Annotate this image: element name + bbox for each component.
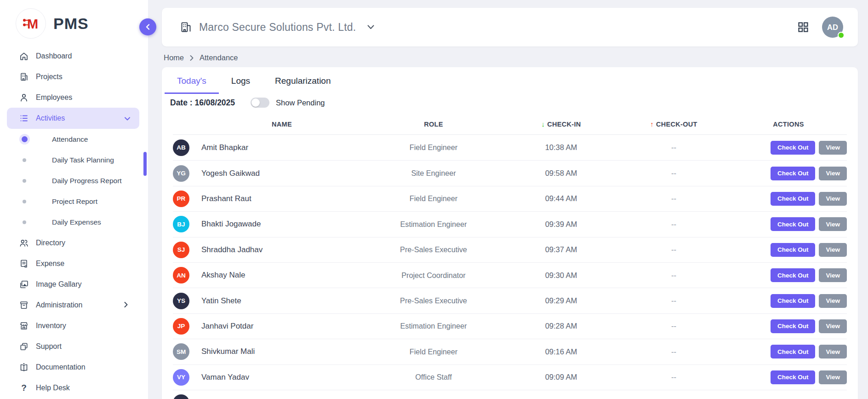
sidebar-subitem-label: Daily Progress Report xyxy=(52,177,122,185)
question-mark-icon: ? xyxy=(19,383,29,393)
table-row: YS Yatin Shete Pre-Sales Executive 09:29… xyxy=(173,288,847,313)
sidebar-item-dashboard[interactable]: Dashboard xyxy=(0,46,148,66)
breadcrumb-current: Attendance xyxy=(200,53,238,62)
user-avatar[interactable]: AD xyxy=(822,17,843,38)
employee-name: Yatin Shete xyxy=(201,296,362,306)
header-right: AD xyxy=(797,17,843,38)
check-out-button[interactable]: Check Out xyxy=(771,167,816,180)
check-out-button[interactable]: Check Out xyxy=(771,217,816,231)
check-out-button[interactable]: Check Out xyxy=(771,243,816,257)
check-out-value: -- xyxy=(617,194,730,203)
table-row: SJ Shraddha Jadhav Pre-Sales Executive 0… xyxy=(173,237,847,262)
header-check-out[interactable]: ↑CHECK-OUT xyxy=(617,120,730,128)
sidebar-subitem-attendance[interactable]: Attendance xyxy=(0,129,148,150)
check-in-time: 09:16 AM xyxy=(505,347,617,356)
view-button[interactable]: View xyxy=(819,268,847,282)
check-out-button[interactable]: Check Out xyxy=(771,141,816,155)
employee-role: Office Staff xyxy=(362,373,505,382)
employee-avatar: SJ xyxy=(173,242,189,258)
sidebar-subitem-daily-progress-report[interactable]: Daily Progress Report xyxy=(0,170,148,191)
employee-avatar: AN xyxy=(173,267,189,283)
check-out-button[interactable]: Check Out xyxy=(771,345,816,359)
tab-bar: Today's Logs Regularization xyxy=(162,67,858,94)
check-out-value: -- xyxy=(617,322,730,330)
employee-avatar xyxy=(173,394,189,399)
bullet-dot-icon xyxy=(23,200,26,203)
check-out-value: -- xyxy=(617,373,730,382)
row-actions: Check Out View xyxy=(730,294,847,308)
sidebar-collapse-button[interactable] xyxy=(139,18,156,35)
header-check-in[interactable]: ↓CHECK-IN xyxy=(505,120,617,128)
sidebar-item-help-desk[interactable]: ? Help Desk xyxy=(0,377,148,398)
sidebar-item-label: Dashboard xyxy=(36,52,72,60)
employee-avatar: SM xyxy=(173,343,189,360)
tab-regularization[interactable]: Regularization xyxy=(263,67,343,94)
sidebar-item-directory[interactable]: Directory xyxy=(0,232,148,253)
check-out-value: -- xyxy=(617,271,730,280)
check-out-button[interactable]: Check Out xyxy=(771,294,816,308)
building-icon xyxy=(19,72,29,82)
check-out-button[interactable]: Check Out xyxy=(771,192,816,206)
view-button[interactable]: View xyxy=(819,319,847,333)
sidebar-subitem-label: Daily Task Planning xyxy=(52,156,114,164)
employee-name: Shivkumar Mali xyxy=(201,347,362,356)
employee-role: Field Engineer xyxy=(362,194,505,203)
view-button[interactable]: View xyxy=(819,370,847,384)
show-pending-toggle[interactable] xyxy=(251,98,269,108)
avatar-cell: YG xyxy=(173,165,201,182)
avatar-cell: VY xyxy=(173,369,201,386)
image-gallery-icon xyxy=(19,279,29,289)
sidebar-item-employees[interactable]: Employees xyxy=(0,87,148,108)
tab-logs[interactable]: Logs xyxy=(219,67,263,94)
sidebar-item-support[interactable]: Support xyxy=(0,336,148,357)
sidebar-subitem-project-report[interactable]: Project Report xyxy=(0,191,148,212)
view-button[interactable]: View xyxy=(819,294,847,308)
employee-name: Shraddha Jadhav xyxy=(201,245,362,254)
chevron-right-icon xyxy=(190,55,194,61)
sidebar-item-inventory[interactable]: Inventory xyxy=(0,315,148,336)
chevron-left-icon xyxy=(146,24,150,30)
view-button[interactable]: View xyxy=(819,217,847,231)
sidebar-item-documentation[interactable]: Documentation xyxy=(0,357,148,377)
view-button[interactable]: View xyxy=(819,141,847,155)
row-actions: Check Out View xyxy=(730,268,847,282)
bullet-dot-icon xyxy=(23,158,26,162)
avatar-cell: AN xyxy=(173,267,201,283)
logo-row: M PMS xyxy=(0,0,148,39)
main-content: Marco Secure Solutions Pvt. Ltd. AD Home… xyxy=(148,0,868,399)
check-in-time: 09:37 AM xyxy=(505,245,617,254)
check-in-time: 10:38 AM xyxy=(505,143,617,152)
employee-role: Site Engineer xyxy=(362,169,505,178)
row-actions: Check Out View xyxy=(730,319,847,333)
table-row: BJ Bhakti Jogawade Estimation Engineer 0… xyxy=(173,211,847,237)
tab-todays[interactable]: Today's xyxy=(165,67,219,94)
view-button[interactable]: View xyxy=(819,167,847,180)
apps-grid-icon[interactable] xyxy=(797,21,809,33)
sidebar-item-label: Support xyxy=(36,342,62,351)
view-button[interactable]: View xyxy=(819,192,847,206)
check-out-value: -- xyxy=(617,245,730,254)
row-actions: Check Out View xyxy=(730,345,847,359)
sidebar-item-label: Image Gallary xyxy=(36,280,82,289)
sidebar-item-image-gallery[interactable]: Image Gallary xyxy=(0,274,148,295)
sidebar: M PMS Dashboard Projects Employees xyxy=(0,0,148,399)
view-button[interactable]: View xyxy=(819,243,847,257)
sidebar-item-label: Employees xyxy=(36,93,72,102)
sidebar-item-expense[interactable]: Expense xyxy=(0,253,148,274)
company-selector[interactable]: Marco Secure Solutions Pvt. Ltd. xyxy=(180,21,374,34)
show-pending-label: Show Pending xyxy=(276,98,325,107)
employee-name: Vaman Yadav xyxy=(201,373,362,382)
check-out-button[interactable]: Check Out xyxy=(771,319,816,333)
sort-up-icon: ↑ xyxy=(650,120,654,128)
view-button[interactable]: View xyxy=(819,345,847,359)
sidebar-item-activities[interactable]: Activities xyxy=(7,108,139,129)
sidebar-item-projects[interactable]: Projects xyxy=(0,66,148,87)
check-out-button[interactable]: Check Out xyxy=(771,370,816,384)
sidebar-subitem-daily-expenses[interactable]: Daily Expenses xyxy=(0,212,148,232)
breadcrumb-home[interactable]: Home xyxy=(164,53,184,62)
sidebar-subitem-daily-task-planning[interactable]: Daily Task Planning xyxy=(0,150,148,170)
logo-m-icon: M xyxy=(21,14,40,33)
office-building-icon xyxy=(180,21,192,34)
check-out-button[interactable]: Check Out xyxy=(771,268,816,282)
sidebar-item-administration[interactable]: Administration xyxy=(0,295,148,315)
